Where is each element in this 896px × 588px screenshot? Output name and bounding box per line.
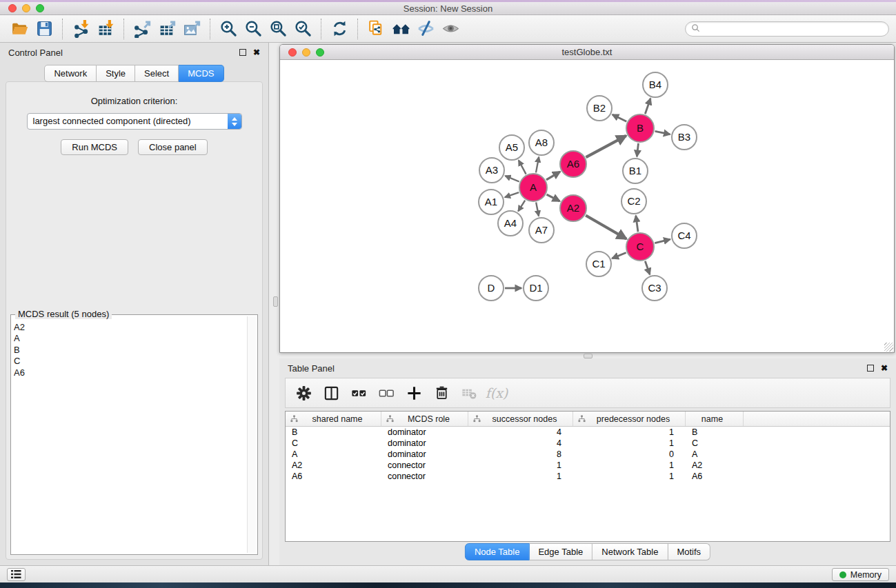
edge-A-A1[interactable] (505, 192, 519, 197)
column-header-predecessor-nodes[interactable]: predecessor nodes (573, 412, 686, 426)
mcds-result-list[interactable]: A2ABCA6 (14, 322, 245, 553)
graph-node-A5[interactable]: A5 (499, 135, 524, 160)
search-input[interactable] (704, 24, 883, 34)
result-item[interactable]: A6 (14, 367, 245, 378)
open-session-icon[interactable] (7, 17, 32, 41)
edge-A-A2[interactable] (547, 194, 560, 201)
horizontal-splitter-handle[interactable] (584, 354, 593, 358)
refresh-network-icon[interactable] (327, 17, 352, 41)
table-settings-icon[interactable] (291, 381, 316, 405)
graph-node-B[interactable]: B (626, 114, 654, 142)
edge-A-A3[interactable] (505, 176, 519, 181)
edge-A2-C[interactable] (586, 216, 626, 239)
graph-node-A3[interactable]: A3 (479, 158, 504, 183)
zoom-selected-icon[interactable] (290, 17, 315, 41)
graph-node-A2[interactable]: A2 (560, 195, 586, 221)
show-network-icon[interactable] (438, 17, 463, 41)
column-header-name[interactable]: name (686, 412, 744, 426)
float-panel-icon[interactable] (239, 49, 246, 56)
table-row[interactable]: Adominator80A (286, 449, 890, 460)
edge-A-A8[interactable] (536, 157, 539, 173)
tab-mcds[interactable]: MCDS (179, 65, 223, 82)
edge-A-A6[interactable] (546, 172, 560, 180)
result-item[interactable]: B (14, 345, 245, 356)
window-resize-grip[interactable] (884, 343, 893, 352)
export-network-icon[interactable] (130, 17, 155, 41)
export-image-icon[interactable] (179, 17, 204, 41)
column-header-shared-name[interactable]: shared name (286, 412, 381, 426)
close-window-button[interactable] (8, 4, 17, 12)
hide-network-icon[interactable] (413, 17, 438, 41)
table-row[interactable]: A6connector11A6 (286, 471, 890, 482)
edge-C-C3[interactable] (645, 261, 650, 274)
tab-network-table[interactable]: Network Table (593, 543, 668, 560)
tab-network[interactable]: Network (44, 65, 97, 82)
tab-style[interactable]: Style (97, 65, 135, 82)
graph-node-D1[interactable]: D1 (524, 276, 548, 301)
result-item[interactable]: C (14, 356, 245, 367)
tab-node-table[interactable]: Node Table (465, 543, 530, 560)
edge-C-C4[interactable] (655, 239, 670, 243)
column-header-successor-nodes[interactable]: successor nodes (468, 412, 573, 426)
graph-node-C2[interactable]: C2 (621, 189, 646, 214)
delete-row-icon[interactable] (429, 381, 454, 405)
deselect-all-checkbox-icon[interactable] (374, 381, 399, 405)
graph-node-B4[interactable]: B4 (643, 72, 668, 97)
clone-network-icon[interactable] (364, 17, 388, 41)
zoom-fit-icon[interactable] (266, 17, 290, 41)
network-window-titlebar[interactable]: testGlobe.txt (280, 45, 894, 60)
graph-node-C[interactable]: C (626, 233, 654, 261)
graph-node-B2[interactable]: B2 (587, 96, 612, 121)
close-table-panel-icon[interactable]: ✖ (881, 365, 888, 372)
graph-node-A[interactable]: A (519, 174, 547, 201)
minimize-window-button[interactable] (22, 4, 30, 12)
graph-node-B3[interactable]: B3 (672, 125, 697, 150)
home-layout-icon[interactable] (388, 17, 413, 41)
tab-motifs[interactable]: Motifs (668, 543, 710, 560)
edge-C-C2[interactable] (636, 216, 638, 232)
graph-node-A4[interactable]: A4 (498, 211, 523, 236)
graph-node-C3[interactable]: C3 (642, 276, 667, 301)
network-canvas[interactable]: B4B2BB3A8A5A6A3B1AC2A1A2A4A7C4CC1C3DD1 (280, 60, 894, 352)
zoom-out-icon[interactable] (241, 17, 266, 41)
column-selector-icon[interactable] (319, 381, 344, 405)
graph-node-C1[interactable]: C1 (586, 252, 611, 276)
search-box[interactable] (685, 21, 889, 37)
edge-A-A5[interactable] (519, 161, 526, 174)
network-minimize-button[interactable] (302, 48, 310, 57)
tab-select[interactable]: Select (135, 65, 179, 82)
import-table-icon[interactable] (93, 17, 118, 41)
edge-B-B2[interactable] (613, 114, 627, 121)
task-history-button[interactable] (7, 568, 26, 581)
result-list-scrollbar[interactable] (247, 316, 256, 553)
edge-B-B1[interactable] (637, 143, 638, 156)
float-table-panel-icon[interactable] (867, 365, 874, 372)
export-table-icon[interactable] (155, 17, 179, 41)
import-network-icon[interactable] (68, 17, 93, 41)
run-mcds-button[interactable]: Run MCDS (61, 139, 128, 155)
edge-A6-B[interactable] (586, 136, 626, 157)
result-item[interactable]: A (14, 333, 245, 344)
criterion-select[interactable]: largest connected component (directed) (27, 113, 242, 130)
edge-C-C1[interactable] (612, 253, 626, 258)
network-zoom-button[interactable] (316, 48, 324, 57)
close-panel-icon[interactable]: ✖ (253, 49, 260, 56)
graph-node-B1[interactable]: B1 (623, 159, 648, 183)
zoom-in-icon[interactable] (216, 17, 241, 41)
network-close-button[interactable] (288, 48, 297, 57)
edge-B-B3[interactable] (655, 131, 670, 134)
close-panel-button[interactable]: Close panel (138, 139, 208, 155)
graph-node-D[interactable]: D (479, 276, 504, 301)
tab-edge-table[interactable]: Edge Table (529, 543, 593, 560)
table-row[interactable]: A2connector11A2 (286, 460, 890, 471)
edge-A-A7[interactable] (536, 203, 539, 216)
graph-node-A8[interactable]: A8 (529, 130, 554, 155)
table-row[interactable]: Bdominator41B (286, 427, 890, 438)
graph-node-A6[interactable]: A6 (560, 151, 586, 177)
table-row[interactable]: Cdominator41C (286, 438, 890, 449)
select-all-checkbox-icon[interactable] (346, 381, 371, 405)
result-item[interactable]: A2 (14, 322, 245, 333)
memory-button[interactable]: Memory (832, 568, 889, 581)
add-row-icon[interactable] (401, 381, 426, 405)
graph-node-C4[interactable]: C4 (672, 223, 697, 248)
